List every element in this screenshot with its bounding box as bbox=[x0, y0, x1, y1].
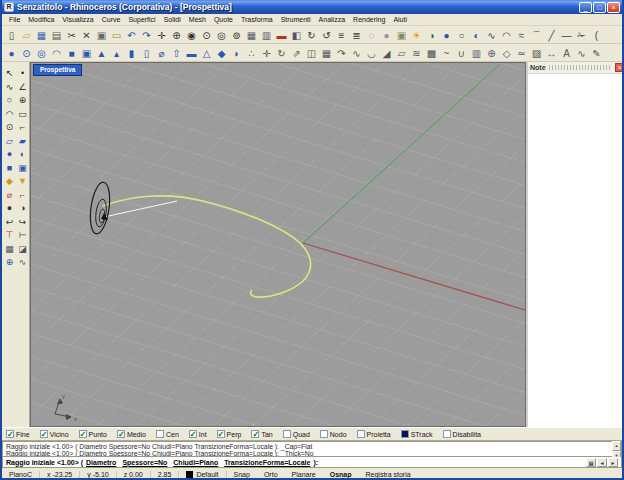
box-stack-icon[interactable]: ▣ bbox=[16, 161, 29, 174]
show-object-icon[interactable]: ● bbox=[379, 27, 394, 42]
fillet-corner-icon[interactable]: ⌒ bbox=[529, 27, 544, 42]
osnap-checkbox-fine[interactable]: ✓ bbox=[6, 430, 14, 438]
osnap-checkbox-proietta[interactable] bbox=[357, 430, 365, 438]
osnap-checkbox-cen[interactable] bbox=[156, 430, 164, 438]
cut-icon[interactable]: ✂ bbox=[64, 27, 79, 42]
undo-icon[interactable]: ↶ bbox=[124, 27, 139, 42]
paste-clipboard-icon[interactable]: ▭ bbox=[109, 27, 124, 42]
fit-surface-icon[interactable]: ≃ bbox=[514, 45, 529, 60]
status-toggle-osnap[interactable]: Osnap bbox=[323, 471, 359, 478]
rectangle-tool-icon[interactable]: ▭ bbox=[16, 107, 29, 120]
note-panel-drag-handle[interactable] bbox=[549, 65, 612, 70]
object-properties-icon[interactable]: ≣ bbox=[349, 27, 364, 42]
rounded-box-icon[interactable]: ▣ bbox=[79, 45, 94, 60]
osnap-checkbox-punto[interactable]: ✓ bbox=[79, 430, 87, 438]
smooth-icon[interactable]: ~ bbox=[439, 45, 454, 60]
sphere-icon[interactable]: ● bbox=[4, 45, 19, 60]
tee-fitting-icon[interactable]: ⊤ bbox=[3, 228, 16, 241]
hemisphere-icon[interactable]: ◗ bbox=[229, 45, 244, 60]
menu-curve[interactable]: Curve bbox=[98, 16, 125, 23]
prompt-option-diametro[interactable]: Diametro bbox=[86, 459, 116, 466]
drape-tool-icon[interactable]: ◪ bbox=[16, 242, 29, 255]
viewport-tab-prospettiva[interactable]: Prospettiva bbox=[33, 64, 82, 76]
cylinder-icon[interactable]: ▮ bbox=[124, 45, 139, 60]
sphere-solid-icon[interactable]: ● bbox=[3, 147, 16, 160]
menu-visualizza[interactable]: Visualizza bbox=[58, 16, 97, 23]
menu-file[interactable]: File bbox=[5, 16, 24, 23]
mesh-sphere-icon[interactable]: ⊕ bbox=[484, 45, 499, 60]
osnap-checkbox-nodo[interactable] bbox=[320, 430, 328, 438]
slab-icon[interactable]: ▬ bbox=[184, 45, 199, 60]
taper-icon[interactable]: ◢ bbox=[379, 45, 394, 60]
sphere-shaded-icon[interactable]: ◐ bbox=[16, 147, 29, 160]
status-y-coordinate[interactable]: y -5.10 bbox=[80, 471, 116, 478]
prompt-option-chiudi[interactable]: Chiudi=Piano bbox=[173, 459, 218, 466]
cage-edit-icon[interactable]: ▩ bbox=[424, 45, 439, 60]
zoom-window-icon[interactable]: ◉ bbox=[184, 27, 199, 42]
rotate-view-icon[interactable]: ↻ bbox=[304, 27, 319, 42]
chamfer-tool-icon[interactable]: ▼ bbox=[16, 174, 29, 187]
prompt-option-transizioneforma[interactable]: TransizioneForma=Locale bbox=[224, 459, 310, 466]
select-arrow-icon[interactable]: ↖ bbox=[3, 66, 16, 79]
prism-icon[interactable]: ◆ bbox=[214, 45, 229, 60]
single-point-icon[interactable]: • bbox=[16, 66, 29, 79]
view-grid-icon[interactable]: ▦ bbox=[244, 27, 259, 42]
box-icon[interactable]: ■ bbox=[64, 45, 79, 60]
zoom-selected-icon[interactable]: ◎ bbox=[214, 27, 229, 42]
layer-pane[interactable]: Default bbox=[179, 471, 226, 478]
yellow-curve[interactable] bbox=[103, 196, 311, 297]
spin-view-icon[interactable]: ↺ bbox=[319, 27, 334, 42]
print-icon[interactable]: ▤ bbox=[49, 27, 64, 42]
osnap-checkbox-disabilita[interactable] bbox=[443, 430, 451, 438]
redo-icon[interactable]: ↷ bbox=[139, 27, 154, 42]
ellipsoid-icon[interactable]: ⊙ bbox=[19, 45, 34, 60]
status-distance[interactable]: 2.85 bbox=[151, 471, 180, 478]
restore-button[interactable]: □ bbox=[593, 2, 606, 13]
dimension-icon[interactable]: ↔ bbox=[544, 45, 559, 60]
osnap-checkbox-vicino[interactable]: ✓ bbox=[40, 430, 48, 438]
zoom-dynamic-icon[interactable]: ⊕ bbox=[169, 27, 184, 42]
rotate-tool-icon[interactable]: ↻ bbox=[274, 45, 289, 60]
chamfer-icon[interactable]: ╱ bbox=[544, 27, 559, 42]
pipe-solid-icon[interactable]: ⌀ bbox=[154, 45, 169, 60]
shaded-sphere-icon[interactable]: ◐ bbox=[469, 27, 484, 42]
open-file-icon[interactable]: ▱ bbox=[19, 27, 34, 42]
pipe-red-icon[interactable]: ⌀ bbox=[3, 188, 16, 201]
osnap-checkbox-tan[interactable]: ✓ bbox=[251, 430, 259, 438]
corner-arc-icon[interactable]: ⌐ bbox=[16, 120, 29, 133]
menu-rendering[interactable]: Rendering bbox=[349, 16, 389, 23]
mesh-box-icon[interactable]: ▥ bbox=[469, 45, 484, 60]
note-panel-close-icon[interactable]: × bbox=[615, 63, 624, 72]
mesh-cube-icon[interactable]: ▦ bbox=[3, 242, 16, 255]
mirror-tool-icon[interactable]: ◫ bbox=[304, 45, 319, 60]
arc-tool-icon[interactable]: ◠ bbox=[3, 107, 16, 120]
command-popup-button[interactable]: ▤ bbox=[586, 458, 596, 467]
save-file-icon[interactable]: ▦ bbox=[34, 27, 49, 42]
blend-curve-icon[interactable]: ≈ bbox=[514, 27, 529, 42]
joint-tool-icon[interactable]: ⊢ bbox=[16, 228, 29, 241]
pyramid-icon[interactable]: △ bbox=[199, 45, 214, 60]
text-tool-icon[interactable]: A bbox=[559, 45, 574, 60]
osnap-checkbox-perp[interactable]: ✓ bbox=[217, 430, 225, 438]
circle-tool-icon[interactable]: ○ bbox=[3, 93, 16, 106]
white-sphere-icon[interactable]: ○ bbox=[454, 27, 469, 42]
curve-tool-icon[interactable]: ∿ bbox=[484, 27, 499, 42]
trim-icon[interactable]: ✁ bbox=[574, 27, 589, 42]
status-toggle-registra-storia[interactable]: Registra storia bbox=[358, 471, 417, 478]
light-bulb-icon[interactable]: ☀ bbox=[409, 27, 424, 42]
box-solid-icon[interactable]: ■ bbox=[3, 161, 16, 174]
red-green-ball-icon[interactable]: ◑ bbox=[424, 27, 439, 42]
orient-icon[interactable]: ↷ bbox=[334, 45, 349, 60]
copy-clipboard-icon[interactable]: ▣ bbox=[94, 27, 109, 42]
move-tool-icon[interactable]: ✛ bbox=[259, 45, 274, 60]
annotate-zigzag-icon[interactable]: ∿ bbox=[16, 255, 29, 268]
paraboloid-icon[interactable]: ◠ bbox=[49, 45, 64, 60]
select-points-icon[interactable]: ∴ bbox=[244, 45, 259, 60]
shear-icon[interactable]: ▱ bbox=[394, 45, 409, 60]
menu-analizza[interactable]: Analizza bbox=[315, 16, 349, 23]
menu-superfici[interactable]: Superfici bbox=[124, 16, 159, 23]
osnap-checkbox-int[interactable]: ✓ bbox=[189, 430, 197, 438]
osnap-checkbox-strack[interactable] bbox=[401, 430, 409, 438]
hatch-icon[interactable]: ▨ bbox=[529, 45, 544, 60]
notes-tool-icon[interactable]: ✎ bbox=[589, 45, 604, 60]
